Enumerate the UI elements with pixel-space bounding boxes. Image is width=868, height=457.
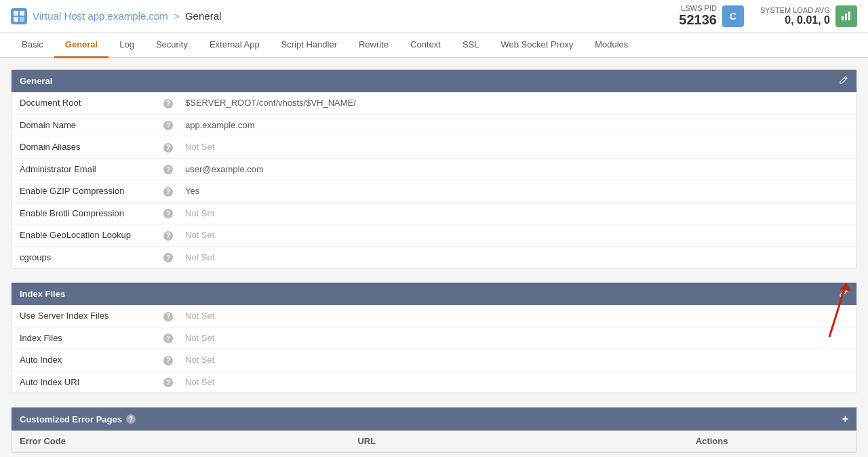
table-row: Enable Brotli Compression ? Not Set (12, 202, 856, 224)
row-value: user@example.com (177, 158, 856, 180)
row-label: Enable GZIP Compression (12, 180, 161, 203)
lsws-pid-block: LSWS PID 52136 C (679, 4, 744, 28)
row-value: Not Set (177, 246, 856, 268)
row-value: Not Set (177, 224, 856, 247)
svg-rect-1 (20, 11, 24, 16)
help-icon[interactable]: ? (161, 327, 177, 349)
row-label: Index Files (12, 327, 161, 349)
breadcrumb-main[interactable]: Virtual Host app.example.com (33, 10, 168, 22)
tab-script-handler[interactable]: Script Handler (271, 33, 348, 58)
general-section-title: General (20, 76, 52, 86)
tab-web-socket-proxy[interactable]: Web Socket Proxy (490, 33, 584, 58)
table-row: Use Server Index Files ? Not Set (12, 305, 856, 327)
general-section-header: General (12, 70, 856, 92)
tab-rewrite[interactable]: Rewrite (348, 33, 399, 58)
index-files-section-header: Index Files (12, 283, 856, 305)
svg-rect-0 (14, 11, 18, 16)
customized-error-pages-section: Customized Error Pages ? + Error Code UR… (11, 407, 857, 453)
row-value: Not Set (177, 305, 856, 327)
restart-button[interactable]: C (722, 5, 744, 27)
table-header-row: Error Code URL Actions (12, 431, 856, 452)
lsws-pid-value: 52136 (679, 12, 717, 28)
tab-basic[interactable]: Basic (11, 33, 54, 58)
breadcrumb: Virtual Host app.example.com > General (11, 8, 221, 24)
help-icon[interactable]: ? (161, 92, 177, 114)
error-pages-header-left: Customized Error Pages ? (20, 414, 136, 424)
breadcrumb-section: General (185, 10, 221, 22)
main-content: General Document Root ? $SERVER_ROOT/con… (0, 58, 868, 457)
index-files-section: Index Files Use Server Index Files ? Not… (11, 282, 857, 393)
row-label: Use Server Index Files (12, 305, 161, 327)
index-files-edit-icon[interactable] (839, 288, 848, 300)
help-icon[interactable]: ? (161, 114, 177, 136)
help-icon[interactable]: ? (161, 224, 177, 247)
svg-rect-5 (845, 14, 847, 20)
table-row: Enable GZIP Compression ? Yes (12, 180, 856, 203)
tab-log[interactable]: Log (108, 33, 145, 58)
top-bar-right: LSWS PID 52136 C SYSTEM LOAD AVG 0, 0.01… (679, 4, 857, 28)
col-header-url: URL (349, 431, 687, 452)
lsws-pid-label: LSWS PID (679, 4, 717, 12)
table-row: cgroups ? Not Set (12, 246, 856, 268)
row-label: Document Root (12, 92, 161, 114)
breadcrumb-separator: > (174, 10, 180, 22)
help-icon[interactable]: ? (161, 371, 177, 393)
help-icon[interactable]: ? (161, 136, 177, 159)
row-label: Domain Aliases (12, 136, 161, 159)
svg-rect-6 (848, 12, 850, 20)
general-section: General Document Root ? $SERVER_ROOT/con… (11, 69, 857, 269)
row-label: Domain Name (12, 114, 161, 136)
general-edit-icon[interactable] (839, 75, 848, 87)
error-pages-help-icon[interactable]: ? (126, 414, 136, 424)
error-pages-section-title: Customized Error Pages (20, 414, 122, 424)
chart-button[interactable] (835, 5, 857, 27)
index-files-section-title: Index Files (20, 289, 65, 299)
table-row: Enable GeoLocation Lookup ? Not Set (12, 224, 856, 247)
help-icon[interactable]: ? (161, 349, 177, 372)
svg-rect-4 (842, 16, 844, 20)
breadcrumb-main-text: Virtual Host app.example.com > General (33, 10, 221, 22)
tab-ssl[interactable]: SSL (452, 33, 490, 58)
help-icon[interactable]: ? (161, 180, 177, 203)
row-value: Not Set (177, 371, 856, 393)
row-label: Auto Index URI (12, 371, 161, 393)
svg-rect-3 (20, 17, 24, 22)
row-value: Not Set (177, 136, 856, 159)
col-header-actions: Actions (688, 431, 856, 452)
row-value: app.example.com (177, 114, 856, 136)
table-row: Document Root ? $SERVER_ROOT/conf/vhosts… (12, 92, 856, 114)
app-icon (11, 8, 27, 24)
row-label: cgroups (12, 246, 161, 268)
error-pages-table: Error Code URL Actions (12, 431, 856, 452)
system-load-value: 0, 0.01, 0 (760, 14, 830, 26)
error-pages-section-header: Customized Error Pages ? + (12, 408, 856, 431)
table-row: Index Files ? Not Set (12, 327, 856, 349)
system-load-block: SYSTEM LOAD AVG 0, 0.01, 0 (760, 5, 857, 27)
row-value: Not Set (177, 349, 856, 372)
help-icon[interactable]: ? (161, 305, 177, 327)
svg-rect-2 (14, 17, 18, 22)
tabs-bar: Basic General Log Security External App … (0, 33, 868, 58)
help-icon[interactable]: ? (161, 246, 177, 268)
tab-context[interactable]: Context (399, 33, 452, 58)
tab-general[interactable]: General (54, 33, 108, 58)
tab-external-app[interactable]: External App (199, 33, 271, 58)
top-bar: Virtual Host app.example.com > General L… (0, 0, 868, 33)
row-label: Auto Index (12, 349, 161, 372)
row-value: Not Set (177, 327, 856, 349)
table-row: Administrator Email ? user@example.com (12, 158, 856, 180)
row-value: $SERVER_ROOT/conf/vhosts/$VH_NAME/ (177, 92, 856, 114)
system-load-label: SYSTEM LOAD AVG (760, 6, 830, 14)
help-icon[interactable]: ? (161, 158, 177, 180)
error-pages-add-icon[interactable]: + (842, 413, 848, 425)
tab-security[interactable]: Security (145, 33, 199, 58)
table-row: Auto Index ? Not Set (12, 349, 856, 372)
row-label: Enable Brotli Compression (12, 202, 161, 224)
table-row: Domain Name ? app.example.com (12, 114, 856, 136)
table-row: Auto Index URI ? Not Set (12, 371, 856, 393)
row-value: Yes (177, 180, 856, 203)
help-icon[interactable]: ? (161, 202, 177, 224)
row-value: Not Set (177, 202, 856, 224)
general-table: Document Root ? $SERVER_ROOT/conf/vhosts… (12, 92, 856, 268)
tab-modules[interactable]: Modules (584, 33, 639, 58)
